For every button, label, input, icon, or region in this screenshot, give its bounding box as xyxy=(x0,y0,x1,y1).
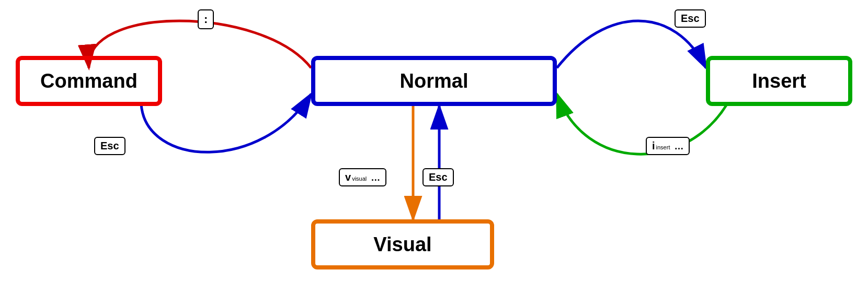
esc-command-key-text: Esc xyxy=(100,140,119,152)
colon-key-label: : xyxy=(198,9,214,29)
v-visual-key-text: v xyxy=(345,171,351,183)
normal-mode-label: Normal xyxy=(400,70,469,92)
normal-mode-box: Normal xyxy=(311,56,557,106)
esc-visual-key-text: Esc xyxy=(429,171,448,183)
esc-insert-key-text: Esc xyxy=(681,13,700,25)
visual-mode-box: Visual xyxy=(311,219,494,269)
insert-mode-label: Insert xyxy=(752,70,806,92)
command-mode-label: Command xyxy=(40,70,138,92)
insert-mode-box: Insert xyxy=(706,56,852,106)
colon-key-text: : xyxy=(204,13,208,26)
i-insert-key-label: iinsert … xyxy=(646,137,690,155)
visual-mode-label: Visual xyxy=(373,233,431,256)
i-insert-key-text: i xyxy=(652,140,655,152)
esc-command-key-label: Esc xyxy=(94,137,125,155)
v-visual-key-label: vvisual … xyxy=(339,168,386,186)
esc-visual-key-label: Esc xyxy=(422,168,454,186)
esc-insert-key-label: Esc xyxy=(675,9,706,28)
command-mode-box: Command xyxy=(16,56,162,106)
